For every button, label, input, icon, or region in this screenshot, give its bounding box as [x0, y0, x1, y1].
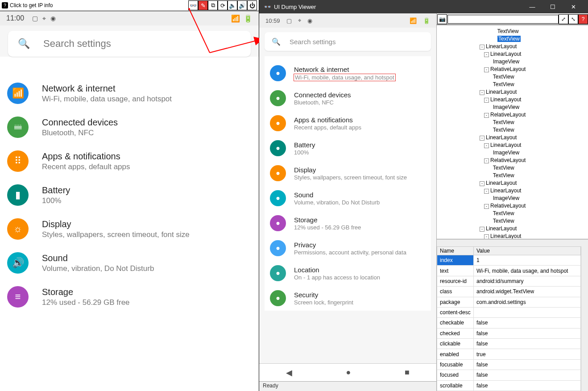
prop-row[interactable]: index1 [437, 255, 581, 266]
prop-row[interactable]: content-desc [437, 307, 581, 317]
tree-node[interactable]: -LinearLayout [439, 233, 588, 239]
tree-node[interactable]: TextView [439, 119, 588, 126]
camera-icon[interactable]: 📷 [437, 14, 447, 24]
search-placeholder: Search settings [43, 38, 111, 50]
nav-home-icon[interactable]: ● [346, 368, 351, 377]
prop-row[interactable]: resource-idandroid:id/summary [437, 276, 581, 286]
power-icon[interactable]: ⏻ [247, 0, 257, 10]
maximize-button[interactable]: ☐ [542, 0, 563, 13]
prop-value: false [474, 328, 581, 338]
tree-node[interactable]: -LinearLayout [439, 225, 588, 233]
mid-item-0[interactable]: ● Network & internet Wi-Fi, mobile, data… [265, 61, 431, 86]
prop-row[interactable]: checkablefalse [437, 318, 581, 328]
mid-item-8[interactable]: ● Location On - 1 app has access to loca… [265, 261, 431, 286]
tree-node[interactable]: ImageView [439, 58, 588, 66]
mid-settings-list[interactable]: ● Network & internet Wi-Fi, mobile, data… [265, 56, 431, 311]
tree-node[interactable]: -RelativeLayout [439, 202, 588, 210]
prop-row[interactable]: focusablefalse [437, 359, 581, 370]
inspector-search-input[interactable] [447, 15, 559, 24]
prop-header-value[interactable]: Value [474, 247, 581, 255]
refresh-icon[interactable]: ⟳ [218, 0, 228, 10]
tree-node[interactable]: -RelativeLayout [439, 111, 588, 119]
tree-node[interactable]: -LinearLayout [439, 88, 588, 96]
prop-row[interactable]: scrollablefalse [437, 380, 581, 391]
settings-item-1[interactable]: ⩸ Connected devices Bluetooth, NFC [0, 110, 259, 144]
prop-row[interactable]: packagecom.android.settings [437, 297, 581, 307]
copy-icon[interactable]: ⧉ [208, 0, 218, 10]
settings-item-0[interactable]: 📶 Network & internet Wi-Fi, mobile, data… [0, 76, 259, 110]
prop-row[interactable]: classandroid.widget.TextView [437, 287, 581, 297]
prop-value: Wi-Fi, mobile, data usage, and hotspot [474, 266, 581, 276]
mid-item-3[interactable]: ● Battery 100% [265, 136, 431, 161]
item-title: Apps & notifications [42, 151, 130, 162]
volume-up-icon[interactable]: 🔊 [237, 0, 247, 10]
devices-icon: ⩸ [7, 116, 29, 138]
settings-item-2[interactable]: ⠿ Apps & notifications Recent apps, defa… [0, 144, 259, 178]
tree-node[interactable]: ImageView [439, 195, 588, 202]
glasses-icon[interactable]: 👓 [188, 0, 198, 10]
ip-info-button[interactable]: ?Click to get IP info [2, 2, 53, 8]
settings-item-4[interactable]: ☼ Display Styles, wallpapers, screen tim… [0, 212, 259, 246]
prop-name: content-desc [437, 307, 474, 317]
mid-item-6[interactable]: ● Storage 12% used - 56.29 GB free [265, 211, 431, 236]
settings-item-3[interactable]: ▮ Battery 100% [0, 178, 259, 212]
tree-node[interactable]: TextView [439, 172, 588, 179]
mid-item-1[interactable]: ● Connected devices Bluetooth, NFC [265, 86, 431, 111]
prop-row[interactable]: textWi-Fi, mobile, data usage, and hotsp… [437, 266, 581, 276]
nav-back-icon[interactable]: ◀ [286, 368, 292, 378]
settings-item-6[interactable]: ≡ Storage 12% used - 56.29 GB free [0, 280, 259, 314]
close-button[interactable]: ✕ [563, 0, 584, 13]
tree-node[interactable]: -LinearLayout [439, 187, 588, 195]
mid-item-5[interactable]: ● Sound Volume, vibration, Do Not Distur… [265, 186, 431, 211]
prop-row[interactable]: clickablefalse [437, 339, 581, 349]
tree-node[interactable]: TextView [439, 217, 588, 225]
tree-node[interactable]: -LinearLayout [439, 43, 588, 50]
android-status-bar: 11:00 ▢⌖◉ 📶🔋 [0, 11, 259, 25]
mid-search-box[interactable]: 🔍 Search settings [265, 32, 431, 51]
tree-node[interactable]: TextView [439, 81, 588, 88]
tree-node[interactable]: -LinearLayout [439, 134, 588, 141]
prop-v-scrollbar[interactable] [581, 246, 588, 391]
wand-icon[interactable]: ✎ [198, 0, 208, 10]
hierarchy-tree[interactable]: TextView TextView -LinearLayout -LinearL… [437, 25, 588, 239]
tree-node[interactable]: -LinearLayout [439, 50, 588, 58]
prop-row[interactable]: focusedfalse [437, 370, 581, 380]
tree-node[interactable]: TextView [439, 126, 588, 134]
item-icon: ● [270, 215, 286, 231]
tree-node[interactable]: -RelativeLayout [439, 66, 588, 73]
window-titlebar[interactable]: 👓 UI Dump Viewer — ☐ ✕ [259, 0, 588, 13]
tree-node[interactable]: -LinearLayout [439, 96, 588, 104]
tree-node[interactable]: -LinearLayout [439, 179, 588, 187]
tree-node[interactable]: TextView [439, 35, 588, 43]
tree-h-scrollbar[interactable] [437, 239, 588, 246]
item-icon: ● [270, 115, 286, 131]
prop-row[interactable]: enabledtrue [437, 349, 581, 359]
nav-recent-icon[interactable]: ■ [405, 368, 410, 377]
mid-item-2[interactable]: ● Apps & notifications Recent apps, defa… [265, 111, 431, 136]
tree-node[interactable]: ImageView [439, 104, 588, 111]
prop-name: text [437, 266, 474, 276]
prop-header-name[interactable]: Name [437, 247, 474, 255]
tree-node[interactable]: TextView [439, 164, 588, 172]
mid-item-9[interactable]: ● Security Screen lock, fingerprint [265, 286, 431, 311]
settings-list[interactable]: 📶 Network & internet Wi-Fi, mobile, data… [0, 64, 259, 314]
tree-node[interactable]: TextView [439, 28, 588, 35]
tree-node[interactable]: -RelativeLayout [439, 157, 588, 164]
volume-down-icon[interactable]: 🔈 [228, 0, 237, 10]
settings-item-5[interactable]: 🔊 Sound Volume, vibration, Do Not Distur… [0, 246, 259, 280]
tree-node[interactable]: -LinearLayout [439, 141, 588, 149]
tree-node[interactable]: TextView [439, 210, 588, 217]
expand-icon[interactable]: ⤢ [559, 14, 568, 24]
mid-item-7[interactable]: ● Privacy Permissions, account activity,… [265, 236, 431, 261]
tree-node[interactable]: ImageView [439, 149, 588, 157]
prop-row[interactable]: checkedfalse [437, 328, 581, 338]
battery-icon: ▮ [7, 184, 29, 206]
search-settings-box[interactable]: 🔍 Search settings [8, 31, 251, 57]
tree-node[interactable]: TextView [439, 73, 588, 81]
screenshot-panel: 10:59 ▢⌖◉ 📶🔋 🔍 Search settings ● Network… [259, 13, 437, 391]
property-table[interactable]: NameValue index1textWi-Fi, mobile, data … [437, 246, 581, 391]
collapse-icon[interactable]: ⤡ [568, 14, 578, 24]
minimize-button[interactable]: — [522, 0, 542, 13]
mid-item-4[interactable]: ● Display Styles, wallpapers, screen tim… [265, 161, 431, 186]
help-icon[interactable]: ? [578, 14, 588, 24]
